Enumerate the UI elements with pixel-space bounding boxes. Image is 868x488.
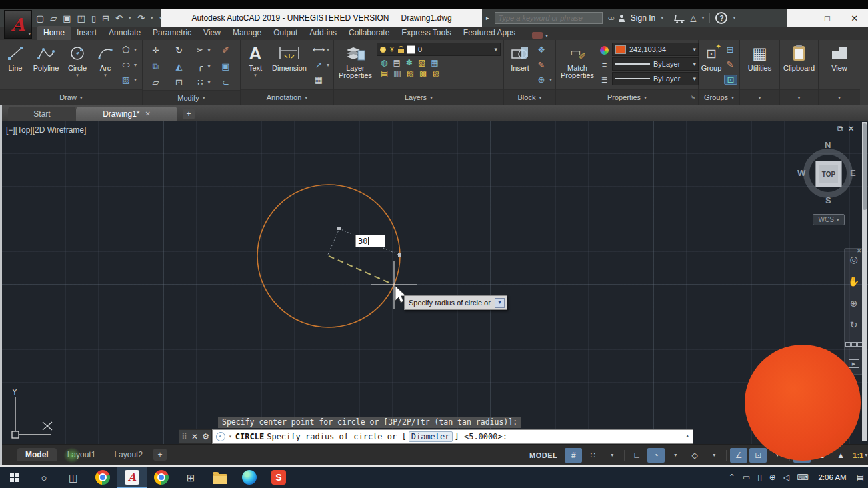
rotate-icon[interactable] — [173, 46, 185, 55]
polyline-button[interactable]: Polyline — [31, 40, 61, 89]
lineweight-icon[interactable] — [602, 61, 607, 69]
layer-on-icon[interactable] — [380, 47, 386, 53]
cortana-search-button[interactable] — [29, 467, 59, 488]
groups-panel-title[interactable]: Groups▾ — [699, 89, 739, 105]
start-button[interactable] — [0, 467, 29, 488]
model-space-button[interactable]: MODEL — [524, 451, 563, 459]
tray-expand-icon[interactable] — [729, 473, 735, 481]
scale-dropdown-icon[interactable] — [865, 453, 867, 458]
annotation-panel-title[interactable]: Annotation▾ — [241, 89, 333, 105]
trim-icon[interactable] — [194, 46, 206, 55]
mobile-share-icon[interactable] — [91, 14, 96, 23]
save-icon[interactable] — [63, 14, 71, 23]
sign-in-button[interactable]: Sign In — [631, 13, 655, 23]
tab-express-tools[interactable]: Express Tools — [395, 26, 457, 40]
tab-view[interactable]: View — [197, 26, 227, 40]
viewport-minimize-icon[interactable] — [825, 125, 833, 133]
group-button[interactable]: Group — [700, 40, 723, 89]
layer-unisolate-icon[interactable] — [393, 69, 401, 77]
modify-panel-title[interactable]: Modify▾ — [143, 90, 240, 105]
fillet-icon[interactable] — [194, 62, 206, 71]
search-icon[interactable] — [608, 15, 613, 22]
insert-block-button[interactable]: Insert — [506, 40, 534, 89]
group-selection-toggle-icon[interactable] — [725, 75, 737, 84]
properties-panel-title[interactable]: Properties▾ — [556, 89, 698, 105]
chrome-taskbar-button-2[interactable] — [147, 467, 176, 488]
viewcube-north[interactable]: N — [825, 140, 831, 150]
search-input[interactable] — [495, 12, 603, 24]
annotation-scale-value[interactable]: 1:1 — [853, 451, 863, 459]
utilities-panel-title[interactable]: ▾ — [740, 89, 779, 105]
explode-icon[interactable] — [220, 62, 232, 71]
open-file-icon[interactable] — [50, 14, 57, 23]
tab-collaborate[interactable]: Collaborate — [343, 26, 395, 40]
edit-block-icon[interactable] — [535, 61, 547, 69]
block-panel-title[interactable]: Block▾ — [504, 89, 555, 105]
utilities-button[interactable]: Utilities — [748, 40, 771, 89]
layer-thaw-icon[interactable] — [389, 46, 395, 53]
maximize-button[interactable] — [814, 9, 841, 27]
tab-manage[interactable]: Manage — [227, 26, 267, 40]
minimize-button[interactable] — [787, 9, 814, 27]
command-grip-icon[interactable] — [181, 433, 187, 441]
pan-icon[interactable] — [848, 277, 859, 286]
tab-add-ins[interactable]: Add-ins — [303, 26, 343, 40]
autodesk-app-icon[interactable] — [690, 14, 696, 22]
scale-icon[interactable] — [173, 78, 185, 87]
file-explorer-button[interactable] — [205, 467, 235, 488]
autodesk-app-dropdown-icon[interactable] — [701, 15, 704, 21]
leader-icon[interactable] — [313, 61, 325, 69]
linear-dimension-icon[interactable] — [313, 45, 325, 54]
search-expand-icon[interactable] — [486, 15, 489, 21]
autocad-taskbar-button[interactable]: A — [117, 467, 147, 488]
text-button[interactable]: A Text ▾ — [245, 40, 266, 89]
tab-home[interactable]: Home — [37, 26, 71, 40]
move-icon[interactable] — [150, 46, 162, 55]
stretch-icon[interactable] — [150, 78, 162, 87]
isodraft-dropdown-icon[interactable] — [713, 453, 715, 458]
snap-dropdown-icon[interactable] — [611, 453, 613, 458]
close-drawing-icon[interactable] — [145, 111, 150, 117]
grid-display-icon[interactable] — [571, 451, 576, 459]
showmotion-play-icon[interactable] — [849, 359, 859, 368]
offset-icon[interactable] — [220, 78, 232, 87]
display-tray-icon[interactable] — [743, 473, 750, 481]
mirror-icon[interactable] — [173, 62, 185, 71]
windows-app-button[interactable] — [176, 467, 205, 488]
canvas-scrollbar[interactable] — [862, 122, 867, 441]
drawing-canvas[interactable]: [−][Top][2D Wireframe] TOP N W E S WCS▾ … — [0, 121, 868, 444]
scrollbar-thumb[interactable] — [863, 123, 867, 210]
action-center-icon[interactable] — [857, 473, 864, 481]
tab-start[interactable]: Start — [8, 107, 76, 121]
viewport-controls-label[interactable]: [−][Top][2D Wireframe] — [6, 125, 86, 135]
orbit-icon[interactable] — [850, 320, 858, 329]
snap-mode-icon[interactable] — [590, 451, 595, 459]
screencast-app-button[interactable]: S — [264, 467, 293, 488]
hatch-icon[interactable] — [120, 75, 132, 84]
layer-lock-icon[interactable] — [418, 59, 425, 67]
tab-drawing1[interactable]: Drawing1* — [76, 107, 177, 121]
layer-properties-button[interactable]: Layer Properties — [335, 40, 375, 89]
redo-icon[interactable] — [137, 14, 145, 23]
navigation-wheel-icon[interactable] — [849, 255, 857, 264]
layer-isolate-icon[interactable] — [381, 59, 387, 67]
command-autocomplete-icon[interactable] — [216, 432, 225, 441]
dimension-button[interactable]: Dimension — [270, 40, 309, 89]
command-customize-icon[interactable] — [202, 433, 209, 441]
viewcube-south[interactable]: S — [825, 195, 831, 205]
tab-model[interactable]: Model — [17, 448, 57, 461]
keyboard-tray-icon[interactable] — [797, 473, 808, 481]
plot-icon[interactable] — [102, 14, 109, 23]
isometric-drafting-icon[interactable] — [692, 451, 698, 459]
lineweight-dropdown[interactable]: ByLayer ▾ — [612, 57, 699, 71]
clock[interactable]: 2:06 AM — [815, 473, 849, 481]
match-properties-button[interactable]: Match Properties — [558, 40, 597, 89]
wcs-dropdown[interactable]: WCS▾ — [813, 214, 845, 225]
viewcube-west[interactable]: W — [797, 168, 805, 178]
view-panel-title[interactable]: ▾ — [819, 89, 860, 105]
tab-layout1[interactable]: Layout1 — [59, 448, 104, 461]
clipboard-button[interactable]: Clipboard — [783, 40, 815, 89]
table-icon[interactable] — [313, 75, 325, 84]
tab-featured-apps[interactable]: Featured Apps — [457, 26, 521, 40]
tab-insert[interactable]: Insert — [71, 26, 103, 40]
